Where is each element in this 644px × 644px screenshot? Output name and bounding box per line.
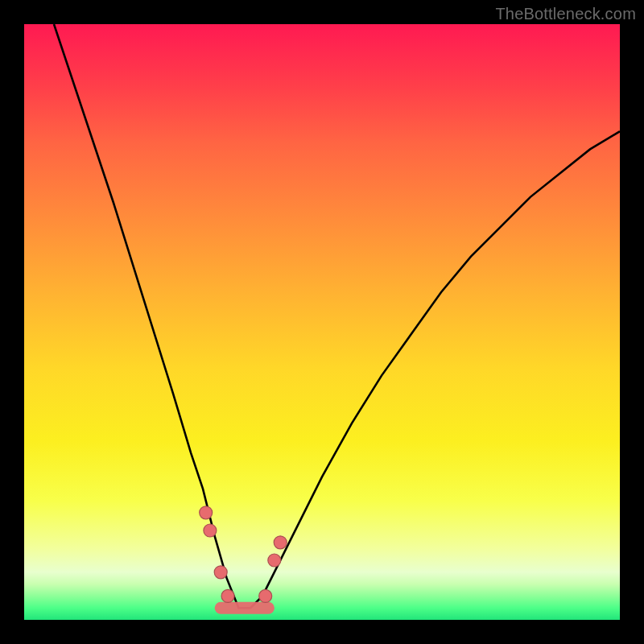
- curve-marker: [200, 506, 213, 519]
- plot-area: [24, 24, 620, 620]
- curve-marker: [204, 524, 217, 537]
- curve-marker: [274, 536, 287, 549]
- curve-marker: [268, 554, 281, 567]
- chart-frame: TheBottleneck.com: [0, 0, 644, 644]
- curve-marker: [214, 566, 227, 579]
- curve-layer: [24, 24, 620, 620]
- curve-marker: [259, 589, 272, 602]
- curve-markers: [200, 506, 287, 603]
- bottleneck-curve: [54, 24, 620, 608]
- attribution-watermark: TheBottleneck.com: [495, 5, 636, 23]
- curve-marker: [221, 589, 234, 602]
